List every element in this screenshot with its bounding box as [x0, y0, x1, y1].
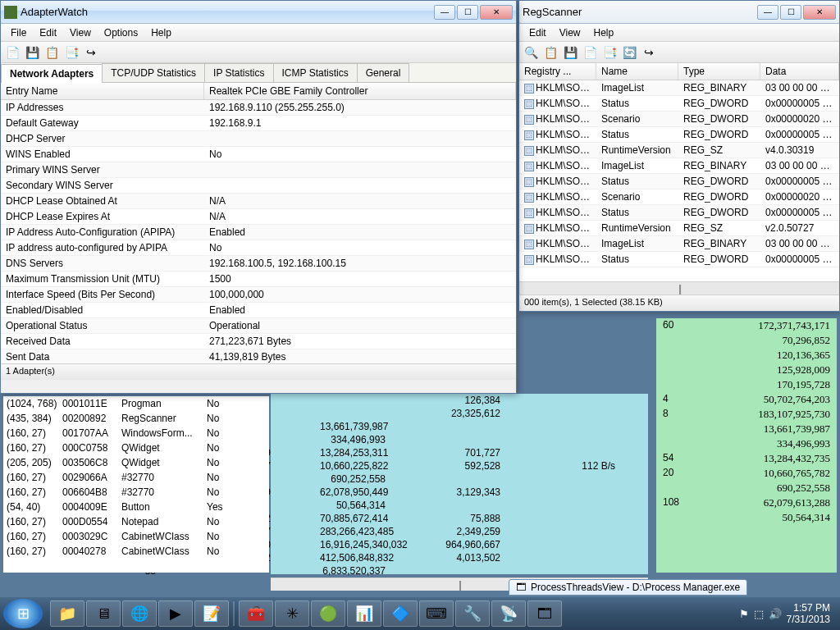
adapter-row[interactable]: Operational StatusOperational	[1, 318, 516, 334]
task-app8-icon[interactable]: 📡	[491, 600, 526, 627]
reg-row[interactable]: ⬚HKLM\SOFT...StatusREG_DWORD0x00000005 (…	[519, 127, 839, 143]
maximize-button[interactable]: ☐	[780, 5, 801, 20]
menu-help[interactable]: Help	[587, 25, 620, 40]
adapter-row[interactable]: DNS Servers192.168.100.5, 192.168.100.15	[1, 256, 516, 272]
tab-ip-stats[interactable]: IP Statistics	[204, 63, 273, 82]
search-icon[interactable]: 🔍	[523, 44, 539, 61]
tab-icmp-stats[interactable]: ICMP Statistics	[273, 63, 358, 82]
desktop-icon[interactable]: 🖥	[86, 600, 121, 627]
report-icon[interactable]: 📄	[4, 44, 21, 61]
copy-icon[interactable]: 📄	[582, 44, 598, 61]
refresh-icon[interactable]: 🔄	[621, 44, 637, 61]
explorer-icon[interactable]: 📁	[50, 600, 84, 627]
menu-edit[interactable]: Edit	[523, 25, 553, 40]
task-app9-icon[interactable]: 🗔	[527, 600, 562, 627]
hwnd-row[interactable]: (160, 27)00040278CabinetWClassNo	[3, 544, 269, 559]
adapterwatch-grid-header[interactable]: Entry Name Realtek PCIe GBE Family Contr…	[1, 83, 516, 100]
adapter-row[interactable]: IP Address Auto-Configuration (APIPA)Ena…	[1, 225, 516, 240]
menu-edit[interactable]: Edit	[33, 25, 63, 40]
tray-volume-icon[interactable]: 🔊	[769, 608, 782, 620]
adapter-row[interactable]: DHCP Lease Expires AtN/A	[1, 209, 516, 225]
hwnd-row[interactable]: (160, 27)000D0554NotepadNo	[3, 514, 269, 529]
adapter-row[interactable]: Primary WINS Server	[1, 162, 516, 178]
menu-help[interactable]: Help	[144, 25, 178, 40]
task-app4-icon[interactable]: 📊	[347, 600, 381, 627]
save-icon[interactable]: 💾	[24, 44, 40, 61]
ie-icon[interactable]: 🌐	[122, 600, 157, 627]
reg-row[interactable]: ⬚HKLM\SOFT...ImageListREG_BINARY03 00 00…	[519, 158, 839, 174]
close-button[interactable]: ✕	[480, 5, 513, 20]
reg-row[interactable]: ⬚HKLM\SOFT...RuntimeVersionREG_SZv2.0.50…	[519, 221, 839, 236]
adapter-row[interactable]: Sent Data41,139,819 Bytes	[1, 349, 516, 363]
window-handle-list[interactable]: (1024, 768)0001011EProgmanNo(435, 384)00…	[3, 396, 269, 573]
col-name[interactable]: Name	[596, 63, 678, 80]
adapter-row[interactable]: Enabled/DisabledEnabled	[1, 303, 516, 318]
col-adapter-value[interactable]: Realtek PCIe GBE Family Controller	[204, 83, 516, 99]
maximize-button[interactable]: ☐	[457, 5, 478, 20]
tab-network-adapters[interactable]: Network Adapters	[1, 64, 103, 83]
reg-row[interactable]: ⬚HKLM\SOFT...StatusREG_DWORD0x00000005 (…	[519, 96, 839, 112]
hwnd-row[interactable]: (160, 27)006604B8#32770No	[3, 485, 269, 500]
reg-row[interactable]: ⬚HKLM\SOFT...ImageListREG_BINARY03 00 00…	[519, 80, 839, 96]
adapter-row[interactable]: Secondary WINS Server	[1, 178, 516, 194]
minimize-button[interactable]: —	[434, 5, 455, 20]
reg-row[interactable]: ⬚HKLM\SOFT...ScenarioREG_DWORD0x00000020…	[519, 112, 839, 127]
task-app3-icon[interactable]: 🟢	[311, 600, 345, 627]
adapter-row[interactable]: DHCP Lease Obtained AtN/A	[1, 194, 516, 209]
properties-icon[interactable]: 📑	[601, 44, 618, 61]
hwnd-row[interactable]: (435, 384)00200892RegScannerNo	[3, 411, 269, 426]
task-app6-icon[interactable]: ⌨	[419, 600, 454, 627]
menu-view[interactable]: View	[553, 25, 587, 40]
processthreadsview-taskbar-preview[interactable]: 🗔 ProcessThreadsView - D:\Process Manage…	[509, 579, 747, 596]
regscanner-grid-header[interactable]: Registry ... Name Type Data	[519, 63, 839, 80]
menu-options[interactable]: Options	[98, 25, 144, 40]
save-icon[interactable]: 💾	[562, 44, 578, 61]
reg-row[interactable]: ⬚HKLM\SOFT...StatusREG_DWORD0x00000005 (…	[519, 252, 839, 267]
adapter-row[interactable]: IP Addresses192.168.9.110 (255.255.255.0…	[1, 100, 516, 116]
notepad-icon[interactable]: 📝	[194, 600, 229, 627]
settings-icon[interactable]: 📑	[63, 44, 80, 61]
hwnd-row[interactable]: (160, 27)0003029CCabinetWClassNo	[3, 529, 269, 544]
task-app1-icon[interactable]: 🧰	[239, 600, 273, 627]
tab-tcpudp[interactable]: TCP/UDP Statistics	[102, 63, 205, 82]
adapter-row[interactable]: Received Data271,223,671 Bytes	[1, 334, 516, 349]
adapter-row[interactable]: IP address auto-configured by APIPANo	[1, 240, 516, 256]
reg-row[interactable]: ⬚HKLM\SOFT...ImageListREG_BINARY03 00 00…	[519, 236, 839, 252]
tab-general[interactable]: General	[357, 63, 410, 82]
goto-icon[interactable]: 📋	[542, 44, 559, 61]
hwnd-row[interactable]: (1024, 768)0001011EProgmanNo	[3, 396, 269, 411]
copy-icon[interactable]: 📋	[43, 44, 60, 61]
menu-view[interactable]: View	[63, 25, 98, 40]
exit-icon[interactable]: ↪	[83, 44, 99, 61]
tray-flag-icon[interactable]: ⚑	[739, 608, 749, 620]
adapterwatch-grid[interactable]: Entry Name Realtek PCIe GBE Family Contr…	[1, 83, 516, 363]
tray-clock[interactable]: 1:57 PM 7/31/2013	[787, 602, 830, 626]
tray-network-icon[interactable]: ⬚	[754, 608, 764, 620]
hwnd-row[interactable]: (160, 27)0029066A#32770No	[3, 470, 269, 485]
minimize-button[interactable]: —	[757, 5, 778, 20]
adapter-row[interactable]: WINS EnabledNo	[1, 147, 516, 162]
reg-row[interactable]: ⬚HKLM\SOFT...StatusREG_DWORD0x00000005 (…	[519, 205, 839, 221]
menu-file[interactable]: File	[4, 25, 33, 40]
hwnd-row[interactable]: (160, 27)001707AAWindowsForm...No	[3, 426, 269, 441]
col-registry-key[interactable]: Registry ...	[519, 63, 596, 80]
task-app2-icon[interactable]: ✳	[275, 600, 309, 627]
regscanner-grid[interactable]: Registry ... Name Type Data ⬚HKLM\SOFT..…	[519, 63, 839, 281]
reg-row[interactable]: ⬚HKLM\SOFT...StatusREG_DWORD0x00000005 (…	[519, 174, 839, 189]
adapter-row[interactable]: Default Gateway192.168.9.1	[1, 116, 516, 131]
hwnd-row[interactable]: (160, 27)000C0758QWidgetNo	[3, 441, 269, 455]
close-button[interactable]: ✕	[803, 5, 836, 20]
col-entry-name[interactable]: Entry Name	[1, 83, 204, 99]
task-app7-icon[interactable]: 🔧	[455, 600, 490, 627]
adapter-row[interactable]: DHCP Server	[1, 131, 516, 147]
adapter-row[interactable]: Maximum Transmission Unit (MTU)1500	[1, 272, 516, 287]
regscanner-hscroll[interactable]	[519, 281, 839, 294]
adapter-row[interactable]: Interface Speed (Bits Per Second)100,000…	[1, 287, 516, 303]
reg-row[interactable]: ⬚HKLM\SOFT...ScenarioREG_DWORD0x00000020…	[519, 189, 839, 205]
reg-row[interactable]: ⬚HKLM\SOFT...RuntimeVersionREG_SZv4.0.30…	[519, 143, 839, 158]
col-type[interactable]: Type	[678, 63, 760, 80]
regscanner-titlebar[interactable]: RegScanner — ☐ ✕	[519, 1, 839, 24]
start-button[interactable]: ⊞	[3, 599, 43, 628]
exit-icon[interactable]: ↪	[641, 44, 657, 61]
adapterwatch-titlebar[interactable]: AdapterWatch — ☐ ✕	[1, 1, 516, 24]
